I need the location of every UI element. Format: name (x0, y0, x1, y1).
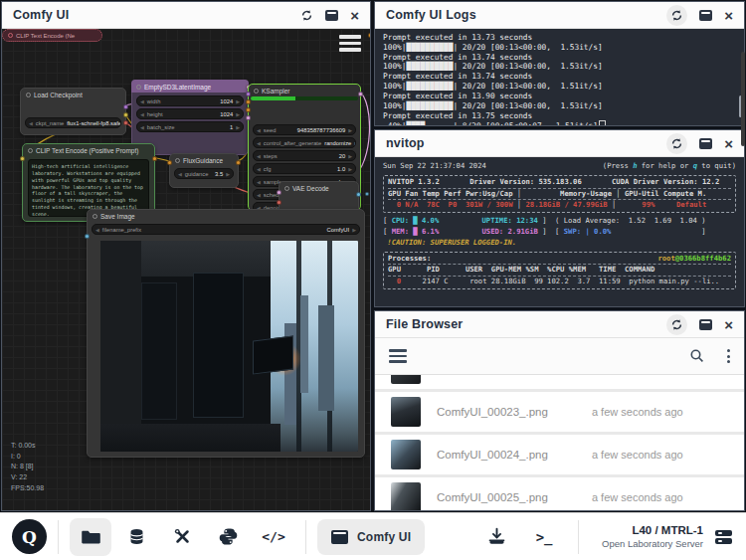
node-title: EmptySD3LatentImage (144, 84, 211, 91)
nvitop-version-row: NVITOP 1.3.2 Driver Version: 535.183.06 … (388, 177, 731, 188)
images-input-slot[interactable] (85, 234, 90, 239)
refresh-icon[interactable] (666, 5, 687, 26)
comfy-titlebar[interactable]: Comfy UI × (2, 2, 370, 29)
node-widget-batch_size[interactable]: ◀batch_size1▶ (136, 121, 244, 132)
refresh-icon[interactable] (300, 9, 313, 22)
nvitop-window-controls: × (666, 133, 733, 154)
collapse-icon[interactable] (26, 93, 31, 97)
canvas-stat-line: FPS:50.98 (11, 483, 44, 494)
file-row[interactable]: ComfyUI_00023_.pnga few seconds ago (375, 392, 744, 432)
node-widget-filename_prefix[interactable]: ◀filename_prefixComfyUI▶ (92, 224, 360, 235)
file-row[interactable]: ComfyUI_00024_.pnga few seconds ago (375, 435, 744, 474)
node-header[interactable]: KSampler (249, 85, 360, 96)
node-widget-control_after_generate[interactable]: ◀control_after_generaterandomize▶ (253, 137, 356, 148)
refresh-icon[interactable] (666, 133, 687, 154)
file-modified-time: a few seconds ago (592, 449, 683, 461)
vae-output-slot[interactable] (123, 120, 128, 125)
logs-terminal[interactable]: Prompt executed in 13.73 seconds100%|███… (375, 29, 744, 125)
close-icon[interactable]: × (724, 8, 733, 23)
close-icon[interactable]: × (724, 317, 733, 332)
nvitop-process-data-row: 0 2147 C root 28.18GiB 99 102.2 3.7 11:5… (388, 276, 731, 287)
file-row[interactable]: ComfyUI_00022_.pnga few seconds ago (375, 375, 744, 389)
node-header[interactable]: CLIP Text Encode (Positive Prompt) (23, 144, 154, 156)
python-app-button[interactable] (207, 518, 249, 556)
collapse-icon[interactable] (28, 148, 33, 153)
comfy-ui-app-button[interactable]: Comfy UI (317, 519, 425, 555)
file-modified-time: a few seconds ago (592, 491, 683, 503)
collapse-icon[interactable] (175, 158, 180, 163)
comfy-canvas[interactable]: Load Checkpoint ◀ckpt_nameflux1-schnell-… (2, 29, 370, 510)
node-save-image[interactable]: Save Image ◀filename_prefixComfyUI▶ (87, 209, 365, 458)
file-list[interactable]: ComfyUI_00022_.pnga few seconds agoComfy… (375, 375, 744, 510)
conditioning-output-slot[interactable] (152, 156, 157, 161)
terminal-button[interactable]: >_ (523, 518, 565, 556)
node-header[interactable]: VAE Decode (280, 182, 358, 194)
node-header[interactable]: EmptySD3LatentImage (131, 80, 249, 93)
file-thumbnail (391, 482, 421, 510)
samples-input-slot[interactable] (277, 190, 281, 195)
openlab-logo[interactable]: Q (12, 519, 47, 554)
node-header[interactable]: Save Image (88, 210, 364, 222)
collapse-icon[interactable] (284, 186, 289, 191)
node-flux-guidance[interactable]: FluxGuidance ◀guidance3.5▶ (169, 153, 239, 188)
negative-input-slot[interactable] (246, 107, 251, 112)
tools-app-button[interactable] (161, 518, 203, 556)
close-icon[interactable]: × (350, 8, 359, 23)
latent-input-slot[interactable] (246, 115, 251, 120)
log-line: 100%|██████████| 20/20 [00:13<00:00, 1.5… (383, 101, 736, 111)
node-widget-cfg[interactable]: ◀cfg1.0▶ (253, 163, 356, 174)
nvitop-titlebar[interactable]: nvitop × (375, 130, 744, 157)
node-widget-steps[interactable]: ◀steps20▶ (253, 150, 356, 161)
collapse-icon[interactable] (136, 85, 141, 90)
node-widget-seed[interactable]: ◀seed948358787736609▶ (253, 124, 356, 135)
collapse-icon[interactable] (93, 214, 97, 219)
clip-input-slot[interactable] (20, 156, 25, 161)
log-line: 40%|████ | 8/20 [00:05<00:07, 1.51it/s] (383, 120, 736, 125)
nvitop-cpu-row: [ CPU: █ 4.0% UPTIME: 12:34 ] ( Load Ave… (383, 216, 736, 227)
file-row[interactable]: ComfyUI_00025_.pnga few seconds ago (375, 477, 744, 510)
node-widget-guidance[interactable]: ◀guidance3.5▶ (174, 168, 234, 179)
refresh-icon[interactable] (666, 314, 687, 335)
nvitop-terminal[interactable]: Sun Sep 22 21:37:04 2024 (Press h for he… (375, 157, 744, 306)
nvitop-caution-row: !CAUTION: SUPERUSER LOGGED-IN. (383, 238, 736, 249)
node-header[interactable]: Load Checkpoint (21, 89, 125, 100)
model-input-slot[interactable] (246, 92, 251, 96)
download-button[interactable] (475, 518, 517, 556)
model-output-slot[interactable] (123, 104, 128, 109)
collapse-icon[interactable] (254, 89, 259, 93)
log-line: Prompt executed in 13.74 seconds (383, 72, 736, 82)
node-widget-width[interactable]: ◀width1024▶ (136, 95, 244, 106)
search-icon[interactable] (689, 348, 705, 364)
file-browser-app-button[interactable] (70, 518, 111, 556)
divider (578, 520, 579, 554)
logs-title: Comfy UI Logs (386, 8, 476, 22)
maximize-icon[interactable] (699, 138, 712, 149)
files-titlebar[interactable]: File Browser × (375, 311, 744, 338)
node-load-checkpoint[interactable]: Load Checkpoint ◀ckpt_nameflux1-schnell-… (20, 88, 126, 135)
logs-titlebar[interactable]: Comfy UI Logs × (375, 2, 744, 29)
maximize-icon[interactable] (699, 319, 712, 330)
vae-input-slot[interactable] (277, 200, 281, 205)
nvitop-clock-row: Sun Sep 22 21:37:04 2024 (Press h for he… (383, 161, 736, 172)
database-app-button[interactable] (115, 518, 157, 556)
nvitop-process-header-row: GPU PID USER GPU-MEM %SM %CPU %MEM TIME … (388, 264, 731, 276)
maximize-icon[interactable] (699, 10, 712, 21)
node-widget-ckpt_name[interactable]: ◀ckpt_nameflux1-schnell-fp8.safetensors▶ (25, 117, 121, 128)
conditioning-input-slot[interactable] (167, 160, 172, 165)
file-name: ComfyUI_00025_.png (437, 491, 592, 503)
node-header[interactable]: FluxGuidance (170, 154, 238, 166)
maximize-icon[interactable] (325, 10, 338, 21)
conditioning-output-slot[interactable] (236, 160, 241, 165)
nvitop-process-box: Processes: root@0366b8ff4b62 GPU PID USE… (383, 252, 736, 289)
canvas-menu-icon[interactable] (339, 35, 361, 52)
file-thumbnail (391, 375, 421, 384)
latent-output-slot[interactable] (358, 92, 363, 96)
clip-output-slot[interactable] (123, 112, 128, 117)
positive-input-slot[interactable] (246, 99, 251, 104)
image-output-slot[interactable] (356, 192, 361, 197)
close-icon[interactable]: × (724, 136, 733, 151)
more-options-icon[interactable] (727, 349, 730, 363)
node-widget-height[interactable]: ◀height1024▶ (136, 108, 244, 119)
menu-icon[interactable] (389, 349, 407, 363)
code-app-button[interactable]: </> (253, 518, 294, 556)
